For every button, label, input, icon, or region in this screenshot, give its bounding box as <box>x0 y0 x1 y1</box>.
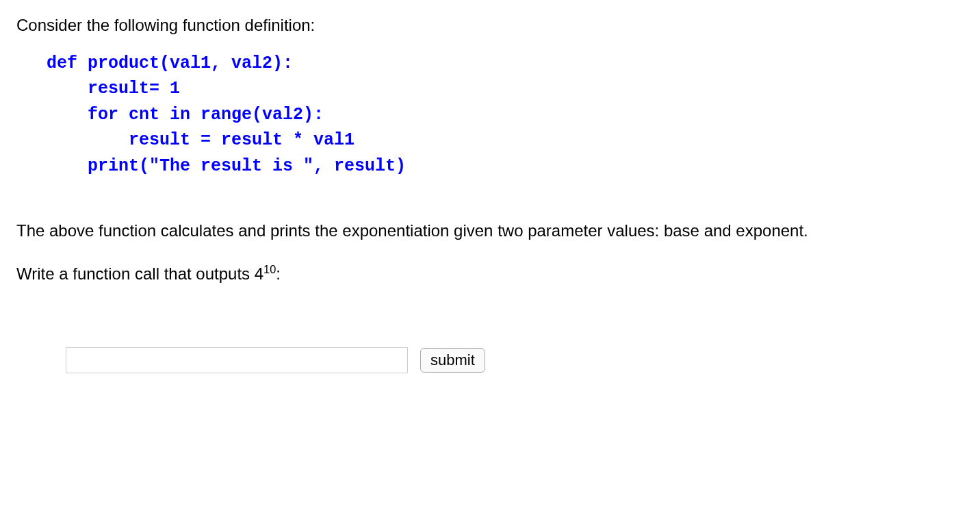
prompt-prefix: Write a function call that outputs <box>16 264 255 283</box>
description-text: The above function calculates and prints… <box>16 220 964 242</box>
submit-button[interactable]: submit <box>420 348 485 373</box>
answer-input[interactable] <box>66 347 408 373</box>
code-block: def product(val1, val2): result= 1 for c… <box>47 51 964 179</box>
prompt-text: Write a function call that outputs 410: <box>16 262 964 286</box>
prompt-base: 4 <box>255 264 263 283</box>
answer-row: submit <box>66 347 964 373</box>
prompt-exponent: 10 <box>263 263 276 275</box>
prompt-suffix: : <box>276 264 281 283</box>
intro-text: Consider the following function definiti… <box>16 14 964 37</box>
